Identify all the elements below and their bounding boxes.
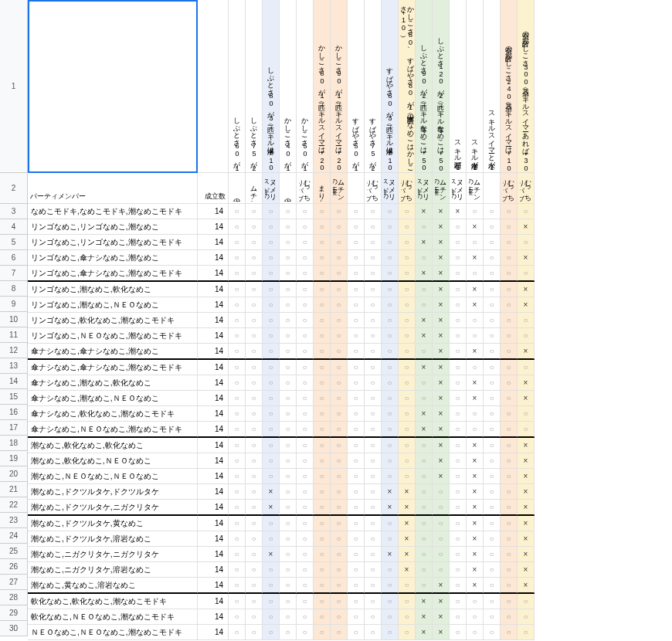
value-cell[interactable]: ○ <box>331 531 348 547</box>
value-cell[interactable]: ○ <box>297 313 314 328</box>
column-subheader[interactable]: ムチン結晶 <box>246 173 263 204</box>
row-header-2[interactable]: 2 <box>0 173 28 204</box>
value-cell[interactable]: ○ <box>501 500 518 515</box>
value-cell[interactable]: ○ <box>501 594 518 609</box>
value-cell[interactable]: ○ <box>501 578 518 593</box>
party-cell[interactable]: 傘ナシなめこ,ＮＥＯなめこ,潮なめこモドキ <box>28 422 198 437</box>
value-cell[interactable]: ○ <box>484 531 501 547</box>
row-header[interactable]: 23 <box>0 513 28 528</box>
value-cell[interactable]: ○ <box>365 625 382 640</box>
value-cell[interactable]: × <box>382 484 399 500</box>
value-cell[interactable]: ○ <box>365 547 382 562</box>
value-cell[interactable]: × <box>416 422 433 437</box>
value-cell[interactable]: × <box>467 531 484 547</box>
value-cell[interactable]: ○ <box>348 297 365 313</box>
value-cell[interactable]: ○ <box>314 313 331 328</box>
value-cell[interactable]: ○ <box>382 625 399 640</box>
value-cell[interactable]: ○ <box>314 391 331 406</box>
value-cell[interactable]: ○ <box>365 391 382 406</box>
value-cell[interactable]: × <box>263 547 280 562</box>
value-cell[interactable]: ○ <box>399 453 416 469</box>
row-header[interactable]: 5 <box>0 235 28 250</box>
value-cell[interactable]: ○ <box>450 516 467 531</box>
value-cell[interactable]: ○ <box>280 625 297 640</box>
value-cell[interactable]: ○ <box>229 562 246 578</box>
value-cell[interactable]: ○ <box>348 391 365 406</box>
value-cell[interactable]: ○ <box>484 235 501 250</box>
party-cell[interactable]: リンゴなめこ,リンゴなめこ,潮なめこモドキ <box>28 235 198 250</box>
row-header[interactable]: 7 <box>0 266 28 281</box>
value-cell[interactable]: ○ <box>450 391 467 406</box>
value-cell[interactable]: ○ <box>280 344 297 359</box>
value-cell[interactable]: × <box>467 547 484 562</box>
value-cell[interactable]: ○ <box>484 391 501 406</box>
value-cell[interactable]: ○ <box>297 360 314 375</box>
value-cell[interactable]: ○ <box>382 235 399 250</box>
value-cell[interactable]: ○ <box>399 391 416 406</box>
value-cell[interactable]: ○ <box>467 266 484 281</box>
party-cell[interactable]: 傘ナシなめこ,傘ナシなめこ,潮なめこ <box>28 344 198 359</box>
count-cell[interactable]: 14 <box>198 406 229 422</box>
value-cell[interactable]: × <box>518 453 535 469</box>
value-cell[interactable]: ○ <box>365 484 382 500</box>
value-cell[interactable]: × <box>416 235 433 250</box>
value-cell[interactable]: × <box>433 204 450 219</box>
value-cell[interactable]: ○ <box>314 516 331 531</box>
value-cell[interactable]: ○ <box>365 609 382 625</box>
value-cell[interactable]: ○ <box>484 469 501 484</box>
value-cell[interactable]: ○ <box>501 484 518 500</box>
row-header[interactable]: 17 <box>0 420 28 436</box>
value-cell[interactable]: ○ <box>365 578 382 593</box>
value-cell[interactable]: ○ <box>314 204 331 219</box>
value-cell[interactable]: ○ <box>263 297 280 313</box>
value-cell[interactable]: ○ <box>280 360 297 375</box>
value-cell[interactable]: ○ <box>484 484 501 500</box>
column-subheader[interactable]: ヌメリスギの種 <box>382 173 399 204</box>
value-cell[interactable]: ○ <box>399 375 416 391</box>
party-cell[interactable]: なめこモドキ,なめこモドキ,潮なめこモドキ <box>28 204 198 219</box>
value-cell[interactable]: ○ <box>399 235 416 250</box>
value-cell[interactable]: ○ <box>280 266 297 281</box>
value-cell[interactable]: ○ <box>501 625 518 640</box>
value-cell[interactable]: ○ <box>501 375 518 391</box>
value-cell[interactable]: ○ <box>382 562 399 578</box>
count-cell[interactable]: 14 <box>198 438 229 453</box>
value-cell[interactable]: ○ <box>416 219 433 235</box>
value-cell[interactable]: × <box>399 531 416 547</box>
value-cell[interactable]: ○ <box>331 484 348 500</box>
value-cell[interactable]: ○ <box>467 625 484 640</box>
value-cell[interactable]: ○ <box>450 344 467 359</box>
value-cell[interactable]: ○ <box>297 531 314 547</box>
value-cell[interactable]: ○ <box>365 235 382 250</box>
value-cell[interactable]: ○ <box>297 406 314 422</box>
value-cell[interactable]: ○ <box>348 344 365 359</box>
value-cell[interactable]: ○ <box>314 328 331 344</box>
value-cell[interactable]: ○ <box>314 219 331 235</box>
value-cell[interactable]: × <box>433 422 450 437</box>
value-cell[interactable]: ○ <box>297 344 314 359</box>
value-cell[interactable]: ○ <box>382 313 399 328</box>
value-cell[interactable]: ○ <box>331 250 348 266</box>
value-cell[interactable]: ○ <box>365 500 382 515</box>
value-cell[interactable]: ○ <box>348 422 365 437</box>
value-cell[interactable]: ○ <box>416 453 433 469</box>
value-cell[interactable]: ○ <box>484 328 501 344</box>
value-cell[interactable]: ○ <box>331 297 348 313</box>
value-cell[interactable]: × <box>467 469 484 484</box>
value-cell[interactable]: ○ <box>229 469 246 484</box>
value-cell[interactable]: ○ <box>297 562 314 578</box>
value-cell[interactable]: ○ <box>467 235 484 250</box>
column-subheader[interactable]: ムチンの宝玉 <box>467 173 484 204</box>
value-cell[interactable]: ○ <box>348 219 365 235</box>
row-header-1[interactable]: 1 <box>0 0 28 173</box>
value-cell[interactable]: ○ <box>297 391 314 406</box>
value-cell[interactable]: ○ <box>501 360 518 375</box>
value-cell[interactable]: ○ <box>450 562 467 578</box>
value-cell[interactable]: ○ <box>501 235 518 250</box>
value-cell[interactable]: ○ <box>314 282 331 297</box>
value-cell[interactable]: ○ <box>246 594 263 609</box>
value-cell[interactable]: ○ <box>348 547 365 562</box>
value-cell[interactable]: × <box>467 250 484 266</box>
value-cell[interactable]: × <box>467 282 484 297</box>
value-cell[interactable]: ○ <box>263 266 280 281</box>
